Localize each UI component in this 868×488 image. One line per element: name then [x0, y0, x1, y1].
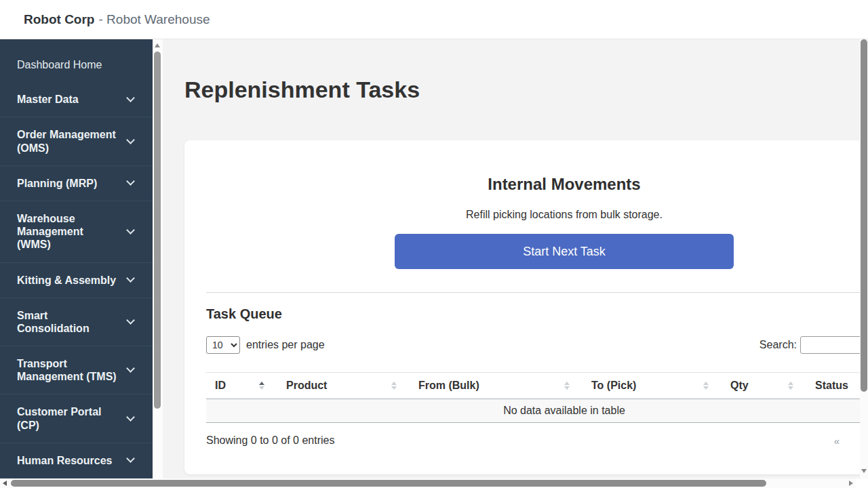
- search-control: Search:: [760, 336, 860, 354]
- chevron-down-icon: [126, 364, 135, 373]
- column-header-from-bulk[interactable]: From (Bulk): [410, 373, 583, 399]
- task-queue-heading: Task Queue: [206, 306, 860, 322]
- pagination-first-button[interactable]: «: [834, 435, 840, 447]
- sidebar-nav: Dashboard Home Master Data Order Managem…: [0, 39, 153, 479]
- page-length-control: 10 entries per page: [206, 336, 325, 354]
- sidebar-item-smart-consolidation[interactable]: Smart Consolidation: [0, 298, 153, 346]
- chevron-down-icon: [126, 177, 135, 186]
- table-header-row: ID Product From (Bulk) To (Pick) Qty: [206, 372, 860, 399]
- column-label: ID: [215, 380, 226, 392]
- sidebar-item-label: Transport Management (TMS): [17, 358, 117, 382]
- chevron-down-icon: [126, 316, 135, 325]
- column-header-to-pick[interactable]: To (Pick): [583, 373, 722, 399]
- scroll-right-icon[interactable]: [849, 481, 853, 486]
- column-label: Product: [286, 380, 327, 392]
- sidebar-item-master-data[interactable]: Master Data: [0, 82, 153, 117]
- vertical-scrollbar-thumb[interactable]: [861, 39, 867, 392]
- internal-movements-section: Internal Movements Refill picking locati…: [206, 175, 860, 269]
- sort-icon: [391, 381, 397, 390]
- sidebar-scrollbar-thumb[interactable]: [154, 52, 161, 409]
- brand-subtitle: - Robot Warehouse: [98, 12, 210, 27]
- section-subtitle: Refill picking locations from bulk stora…: [206, 208, 860, 221]
- sort-ascending-icon: [259, 381, 265, 390]
- sidebar-item-warehouse-management-wms[interactable]: Warehouse Management (WMS): [0, 201, 153, 263]
- sort-icon: [788, 381, 794, 390]
- sidebar-item-order-management-oms[interactable]: Order Management (OMS): [0, 117, 153, 165]
- column-label: Status: [815, 380, 848, 392]
- sidebar-scrollbar[interactable]: [153, 39, 163, 479]
- sidebar-item-label: Customer Portal (CP): [17, 406, 101, 430]
- section-title: Internal Movements: [206, 175, 860, 194]
- sidebar-item-planning-mrp[interactable]: Planning (MRP): [0, 166, 153, 201]
- column-header-product[interactable]: Product: [277, 373, 410, 399]
- sidebar-item-label: Human Resources: [17, 455, 113, 466]
- table-empty-row: No data available in table: [206, 399, 860, 423]
- horizontal-scrollbar[interactable]: [0, 479, 868, 488]
- divider: [206, 292, 860, 293]
- chevron-down-icon: [126, 413, 135, 422]
- chevron-down-icon: [126, 226, 135, 235]
- sidebar-item-customer-portal-cp[interactable]: Customer Portal (CP): [0, 394, 153, 443]
- scrollbar-corner: [856, 479, 868, 488]
- sort-icon: [564, 381, 570, 390]
- column-header-qty[interactable]: Qty: [722, 373, 806, 399]
- start-next-task-button[interactable]: Start Next Task: [395, 234, 734, 269]
- page-title: Replenishment Tasks: [184, 77, 860, 102]
- column-header-status[interactable]: Status: [806, 373, 860, 399]
- vertical-scrollbar[interactable]: [860, 39, 868, 479]
- sidebar-item-label: Dashboard Home: [17, 59, 102, 70]
- column-header-id[interactable]: ID: [206, 373, 277, 399]
- sidebar-item-label: Kitting & Assembly: [17, 274, 116, 286]
- app-window: Robot Corp - Robot Warehouse Dashboard H…: [0, 0, 868, 488]
- empty-message: No data available in table: [503, 405, 625, 417]
- table-info: Showing 0 to 0 of 0 entries: [206, 434, 334, 447]
- table-footer: Showing 0 to 0 of 0 entries «: [206, 434, 860, 447]
- sidebar-item-label: Order Management (OMS): [17, 129, 116, 153]
- sort-icon: [703, 381, 709, 390]
- brand-name: Robot Corp: [24, 12, 94, 27]
- search-input[interactable]: [800, 336, 860, 354]
- scroll-down-icon[interactable]: [861, 469, 867, 473]
- sidebar-item-label: Smart Consolidation: [17, 310, 90, 334]
- chevron-down-icon: [126, 455, 135, 464]
- sidebar-item-label: Master Data: [17, 94, 79, 105]
- replenishment-card: Internal Movements Refill picking locati…: [184, 140, 860, 474]
- search-label: Search:: [760, 339, 797, 351]
- top-header: Robot Corp - Robot Warehouse: [0, 0, 868, 39]
- sidebar-item-clipped[interactable]: Human Resources: [0, 443, 153, 479]
- sidebar-item-label: Planning (MRP): [17, 178, 97, 189]
- scroll-left-icon[interactable]: [3, 481, 7, 486]
- column-label: To (Pick): [591, 380, 636, 392]
- table-controls: 10 entries per page Search:: [206, 336, 860, 354]
- column-label: Qty: [730, 380, 749, 392]
- sidebar-item-transport-management-tms[interactable]: Transport Management (TMS): [0, 346, 153, 394]
- sidebar-item-kitting-assembly[interactable]: Kitting & Assembly: [0, 263, 153, 298]
- scroll-up-icon[interactable]: [155, 43, 160, 47]
- chevron-down-icon: [126, 136, 135, 144]
- page-length-select[interactable]: 10: [206, 336, 240, 354]
- sidebar-item-label: Warehouse Management (WMS): [17, 213, 83, 250]
- main-content: Replenishment Tasks Internal Movements R…: [163, 39, 860, 479]
- chevron-down-icon: [126, 94, 135, 102]
- horizontal-scrollbar-thumb[interactable]: [11, 480, 766, 487]
- chevron-down-icon: [126, 274, 135, 283]
- column-label: From (Bulk): [418, 380, 479, 392]
- entries-per-page-label: entries per page: [246, 339, 325, 351]
- sidebar-item-dashboard-home[interactable]: Dashboard Home: [0, 47, 153, 82]
